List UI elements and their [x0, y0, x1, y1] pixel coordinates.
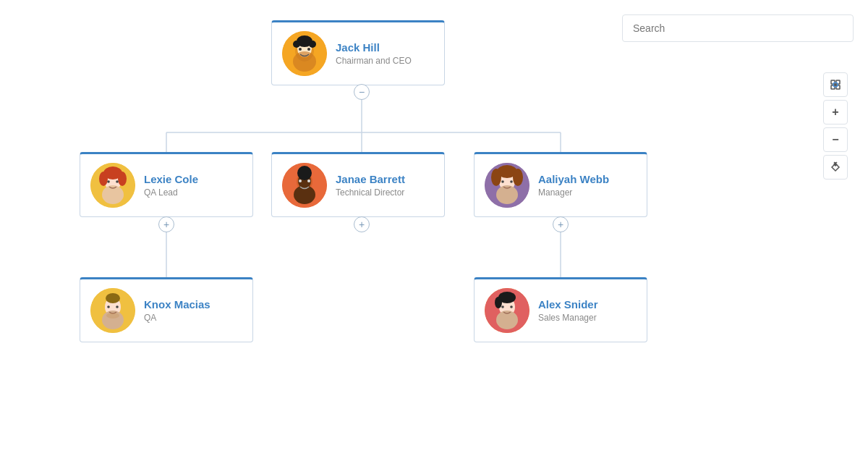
node-lexie[interactable]: Lexie Cole QA Lead — [80, 152, 253, 217]
search-input[interactable] — [622, 14, 854, 42]
svg-point-15 — [307, 48, 310, 51]
avatar-alex — [485, 288, 529, 333]
reset-button[interactable] — [823, 155, 848, 180]
svg-point-30 — [307, 180, 310, 182]
zoom-out-icon: − — [832, 133, 838, 146]
svg-point-20 — [99, 172, 108, 186]
node-alex[interactable]: Alex Snider Sales Manager — [474, 277, 647, 342]
zoom-out-button[interactable]: − — [823, 127, 848, 152]
svg-point-38 — [510, 180, 513, 183]
node-info-jack: Jack Hill Chairman and CEO — [336, 41, 412, 66]
avatar-aaliyah — [485, 163, 529, 208]
svg-point-29 — [299, 180, 302, 182]
node-aaliyah[interactable]: Aaliyah Webb Manager — [474, 152, 647, 217]
svg-point-28 — [297, 166, 312, 180]
node-info-aaliyah: Aaliyah Webb Manager — [538, 173, 609, 198]
avatar-janae — [282, 163, 327, 208]
avatar-lexie — [90, 163, 135, 208]
avatar-jack — [282, 31, 327, 76]
svg-point-43 — [107, 305, 110, 308]
svg-point-13 — [309, 41, 316, 48]
node-name-jack: Jack Hill — [336, 41, 412, 54]
svg-point-22 — [107, 180, 110, 183]
svg-point-12 — [293, 41, 300, 48]
node-name-knox: Knox Macias — [144, 298, 210, 311]
svg-point-21 — [118, 172, 127, 186]
zoom-in-icon: + — [832, 106, 838, 119]
svg-point-58 — [835, 84, 836, 85]
node-info-janae: Janae Barrett Technical Director — [336, 173, 405, 198]
svg-point-14 — [299, 48, 302, 51]
node-name-janae: Janae Barrett — [336, 173, 405, 185]
node-role-knox: QA — [144, 313, 210, 323]
node-info-lexie: Lexie Cole QA Lead — [144, 173, 198, 198]
node-name-lexie: Lexie Cole — [144, 173, 198, 185]
svg-point-50 — [495, 297, 502, 308]
search-container — [622, 14, 854, 42]
svg-point-45 — [106, 313, 119, 318]
avatar-knox — [90, 288, 135, 333]
node-role-alex: Sales Manager — [538, 313, 598, 323]
node-role-jack: Chairman and CEO — [336, 56, 412, 66]
node-name-alex: Alex Snider — [538, 298, 598, 311]
toggle-janae[interactable]: + — [354, 216, 370, 232]
svg-point-36 — [513, 169, 523, 186]
toolbar: + − — [823, 72, 848, 180]
svg-point-23 — [116, 180, 119, 183]
toggle-aaliyah[interactable]: + — [553, 216, 569, 232]
node-knox[interactable]: Knox Macias QA — [80, 277, 253, 342]
node-role-janae: Technical Director — [336, 187, 405, 198]
node-role-lexie: QA Lead — [144, 187, 198, 198]
zoom-in-button[interactable]: + — [823, 100, 848, 124]
toggle-lexie[interactable]: + — [158, 216, 174, 232]
svg-point-35 — [491, 169, 501, 186]
svg-point-42 — [106, 293, 120, 303]
node-info-knox: Knox Macias QA — [144, 298, 210, 323]
svg-point-44 — [116, 305, 119, 308]
toggle-jack[interactable]: − — [354, 84, 370, 100]
org-canvas: Jack Hill Chairman and CEO − Lexie Cole … — [0, 0, 868, 456]
node-name-aaliyah: Aaliyah Webb — [538, 173, 609, 185]
svg-point-51 — [501, 305, 504, 308]
svg-point-10 — [293, 51, 316, 72]
svg-point-37 — [501, 180, 504, 183]
svg-point-52 — [510, 305, 513, 308]
node-role-aaliyah: Manager — [538, 187, 609, 198]
node-info-alex: Alex Snider Sales Manager — [538, 298, 598, 323]
node-jack[interactable]: Jack Hill Chairman and CEO — [271, 20, 445, 85]
fit-button[interactable] — [823, 72, 848, 97]
node-janae[interactable]: Janae Barrett Technical Director — [271, 152, 445, 217]
